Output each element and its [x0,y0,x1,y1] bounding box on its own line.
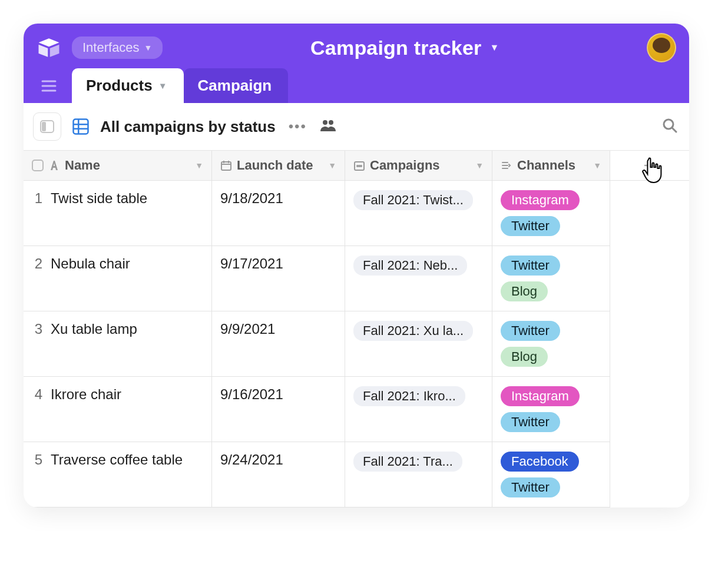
column-header-channels[interactable]: Channels ▼ [492,151,610,181]
row-number: 2 [32,256,42,272]
app-logo-icon [37,35,61,60]
share-button[interactable] [320,118,336,135]
cell-launch-date[interactable]: 9/24/2021 [212,442,345,507]
column-header-name[interactable]: Name ▼ [24,151,212,181]
cell-campaigns[interactable]: Fall 2021: Neb... [345,246,492,311]
column-label: Name [65,158,100,173]
chevron-down-icon[interactable]: ▼ [593,161,601,170]
cell-name[interactable]: 3Xu table lamp [24,311,212,377]
empty-cell [610,181,689,507]
chevron-down-icon[interactable]: ▼ [328,161,336,170]
cell-channels[interactable]: InstagramTwitter [492,181,610,246]
linked-record-pill[interactable]: Fall 2021: Neb... [353,256,467,276]
svg-line-15 [672,128,676,132]
cell-launch-date[interactable]: 9/17/2021 [212,246,345,311]
data-grid: Name ▼ Launch date ▼ Campaigns ▼ Channel… [24,151,689,507]
svg-point-12 [323,120,327,125]
tab-products[interactable]: Products ▼ [72,68,184,103]
column-label: Launch date [237,158,313,173]
header: Interfaces ▼ Campaign tracker ▼ Products… [24,24,689,103]
row-number: 4 [32,386,42,403]
channel-chip: Twitter [501,216,560,236]
svg-rect-16 [221,162,231,170]
channel-chip: Facebook [501,452,579,472]
record-name: Traverse coffee table [51,452,183,468]
cell-launch-date[interactable]: 9/9/2021 [212,311,345,377]
chevron-down-icon[interactable]: ▼ [195,161,203,170]
column-header-campaigns[interactable]: Campaigns ▼ [345,151,492,181]
svg-point-23 [360,165,362,167]
svg-point-13 [329,120,333,125]
menu-button[interactable] [37,74,61,98]
column-label: Campaigns [370,158,440,173]
linked-record-pill[interactable]: Fall 2021: Ikro... [353,386,465,406]
row-number: 1 [32,190,42,207]
app-window: Interfaces ▼ Campaign tracker ▼ Products… [24,24,689,507]
chevron-down-icon: ▼ [144,43,153,52]
channel-chip: Blog [501,281,548,301]
cell-channels[interactable]: TwitterBlog [492,246,610,311]
cell-name[interactable]: 4Ikrore chair [24,377,212,442]
channel-chip: Twitter [501,321,560,341]
column-header-launch-date[interactable]: Launch date ▼ [212,151,345,181]
svg-marker-0 [39,38,59,47]
cell-name[interactable]: 1Twist side table [24,181,212,246]
grid-view-icon [72,118,90,135]
cell-name[interactable]: 2Nebula chair [24,246,212,311]
linked-record-pill[interactable]: Fall 2021: Xu la... [353,321,473,341]
cell-channels[interactable]: TwitterBlog [492,311,610,377]
base-title[interactable]: Campaign tracker [310,37,481,59]
chevron-down-icon: ▼ [158,81,167,91]
chevron-down-icon[interactable]: ▼ [490,42,499,53]
view-toolbar: All campaigns by status ••• [24,103,689,151]
linked-record-pill[interactable]: Fall 2021: Tra... [353,452,462,472]
more-options-button[interactable]: ••• [286,118,309,135]
cell-channels[interactable]: InstagramTwitter [492,377,610,442]
record-name: Xu table lamp [51,321,137,337]
svg-point-21 [357,165,358,167]
multiselect-field-icon [501,160,512,171]
cell-launch-date[interactable]: 9/16/2021 [212,377,345,442]
svg-point-22 [359,165,360,167]
channel-chip: Blog [501,347,548,367]
tab-campaign[interactable]: Campaign [184,68,289,103]
interfaces-label: Interfaces [82,40,140,55]
text-field-icon [48,160,60,171]
linked-record-pill[interactable]: Fall 2021: Twist... [353,190,473,210]
channel-chip: Twitter [501,477,560,497]
channel-chip: Twitter [501,256,560,276]
cell-campaigns[interactable]: Fall 2021: Twist... [345,181,492,246]
cell-launch-date[interactable]: 9/18/2021 [212,181,345,246]
cell-name[interactable]: 5Traverse coffee table [24,442,212,507]
cell-campaigns[interactable]: Fall 2021: Tra... [345,442,492,507]
record-name: Ikrore chair [51,386,121,403]
view-name[interactable]: All campaigns by status [100,118,276,136]
column-label: Channels [517,158,575,173]
tab-label: Campaign [198,77,272,95]
svg-marker-2 [50,45,59,57]
svg-rect-8 [74,120,88,134]
row-number: 3 [32,321,42,337]
search-button[interactable] [662,118,677,135]
interfaces-dropdown[interactable]: Interfaces ▼ [72,37,163,59]
user-avatar[interactable] [647,33,676,62]
channel-chip: Instagram [501,190,580,210]
link-field-icon [353,160,365,171]
record-name: Nebula chair [51,256,130,272]
chevron-down-icon[interactable]: ▼ [475,161,484,170]
cell-campaigns[interactable]: Fall 2021: Ikro... [345,377,492,442]
cell-campaigns[interactable]: Fall 2021: Xu la... [345,311,492,377]
date-field-icon [220,160,232,171]
toggle-sidebar-button[interactable] [33,112,61,141]
channel-chip: Twitter [501,412,560,432]
channel-chip: Instagram [501,386,580,406]
select-all-checkbox[interactable] [32,160,44,171]
tab-label: Products [86,77,153,95]
cell-channels[interactable]: FacebookTwitter [492,442,610,507]
svg-rect-7 [42,122,46,131]
svg-marker-1 [39,45,48,57]
record-name: Twist side table [51,190,147,207]
row-number: 5 [32,452,42,468]
add-column-button[interactable] [610,151,689,181]
